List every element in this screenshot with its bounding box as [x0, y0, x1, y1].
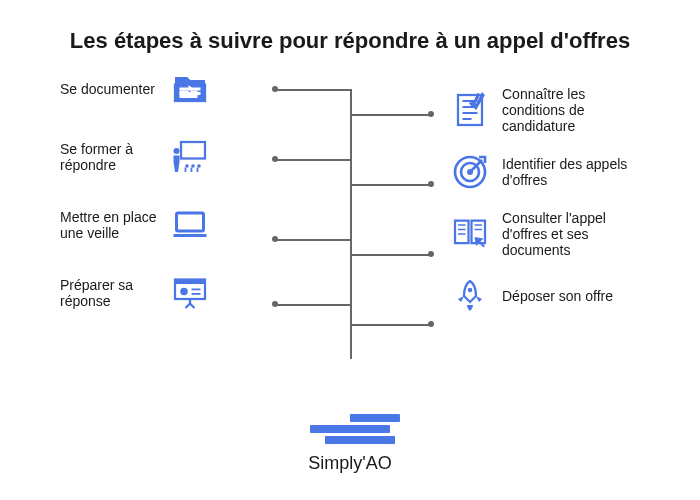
svg-point-4 [174, 148, 180, 154]
svg-point-18 [468, 288, 473, 293]
node-dot [428, 321, 434, 327]
svg-rect-2 [180, 92, 201, 95]
branch-left-2 [275, 159, 350, 161]
folder-icon [170, 69, 210, 109]
step-left-2: Se former à répondre [60, 132, 210, 182]
step-right-2: Identifier des appels d'offres [450, 146, 640, 198]
diagram-area: Se documenter Se former à répondre Mettr… [0, 64, 700, 404]
step-label: Mettre en place une veille [60, 209, 170, 241]
target-icon [450, 152, 490, 192]
step-label: Se documenter [60, 81, 170, 97]
branch-right-3 [350, 254, 430, 256]
step-label: Connaître les conditions de candidature [502, 86, 640, 134]
node-dot [428, 181, 434, 187]
branch-left-1 [275, 89, 350, 91]
node-dot [272, 301, 278, 307]
logo-bars-icon [300, 414, 400, 447]
svg-rect-10 [175, 280, 205, 285]
node-dot [428, 251, 434, 257]
branch-right-2 [350, 184, 430, 186]
node-dot [272, 86, 278, 92]
branch-right-4 [350, 324, 430, 326]
step-left-4: Préparer sa réponse [60, 268, 210, 318]
svg-point-11 [180, 288, 188, 296]
step-label: Consulter l'appel d'offres et ses docume… [502, 210, 640, 258]
svg-rect-12 [192, 289, 201, 291]
svg-rect-13 [192, 293, 201, 295]
step-left-1: Se documenter [60, 64, 210, 114]
trunk-line [350, 89, 352, 359]
branch-right-1 [350, 114, 430, 116]
svg-point-5 [185, 164, 189, 168]
branch-left-4 [275, 304, 350, 306]
book-click-icon [450, 214, 490, 254]
svg-point-6 [191, 164, 195, 168]
step-right-3: Consulter l'appel d'offres et ses docume… [450, 208, 640, 260]
rocket-icon [450, 276, 490, 316]
training-icon [170, 137, 210, 177]
step-label: Préparer sa réponse [60, 277, 170, 309]
svg-rect-8 [177, 213, 204, 231]
svg-rect-3 [181, 142, 205, 159]
checklist-icon [450, 90, 490, 130]
step-right-4: Déposer son offre [450, 270, 640, 322]
branch-left-3 [275, 239, 350, 241]
footer-logo: Simply'AO [0, 414, 700, 474]
page-title: Les étapes à suivre pour répondre à un a… [0, 0, 700, 64]
node-dot [272, 236, 278, 242]
svg-point-7 [197, 164, 201, 168]
presentation-icon [170, 273, 210, 313]
node-dot [272, 156, 278, 162]
step-label: Se former à répondre [60, 141, 170, 173]
step-label: Déposer son offre [502, 288, 640, 304]
step-left-3: Mettre en place une veille [60, 200, 210, 250]
brand-name: Simply'AO [0, 453, 700, 474]
step-label: Identifier des appels d'offres [502, 156, 640, 188]
laptop-icon [170, 205, 210, 245]
svg-rect-1 [180, 88, 201, 91]
node-dot [428, 111, 434, 117]
step-right-1: Connaître les conditions de candidature [450, 84, 640, 136]
